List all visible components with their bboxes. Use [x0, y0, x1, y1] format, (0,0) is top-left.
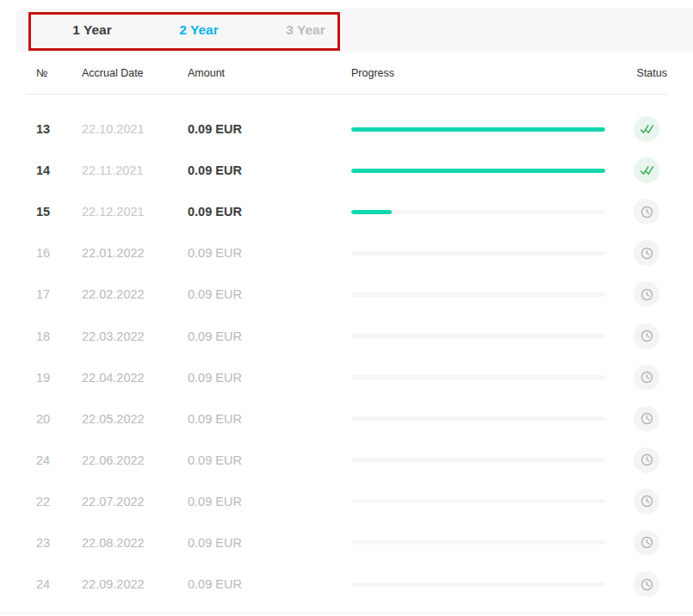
- clock-icon: [634, 240, 659, 266]
- row-status: [626, 323, 667, 349]
- column-header-progress: Progress: [351, 67, 626, 79]
- row-status: [626, 116, 667, 142]
- row-progress: [351, 458, 626, 462]
- tab-bar: 1 Year 2 Year 3 Year: [15, 9, 693, 52]
- row-amount: 0.09 EUR: [188, 453, 351, 467]
- table-body: 13 22.10.2021 0.09 EUR 14: [26, 95, 667, 605]
- row-date: 22.05.2022: [82, 412, 188, 426]
- accruals-table: № Accrual Date Amount Progress Status 13…: [26, 52, 667, 605]
- row-date: 22.12.2021: [82, 205, 188, 219]
- row-status: [626, 157, 667, 183]
- table-row: 24 22.06.2022 0.09 EUR: [26, 440, 667, 481]
- row-progress: [351, 540, 626, 545]
- row-amount: 0.09 EUR: [188, 163, 351, 177]
- table-row: 19 22.04.2022 0.09 EUR: [26, 357, 667, 398]
- row-date: 22.04.2022: [82, 371, 188, 385]
- progress-track: [351, 251, 605, 256]
- clock-icon: [634, 323, 659, 349]
- progress-fill: [351, 210, 392, 214]
- table-row: 16 22.01.2022 0.09 EUR: [26, 232, 667, 274]
- row-date: 22.07.2022: [82, 495, 188, 508]
- row-progress: [351, 251, 626, 256]
- row-progress: [351, 582, 626, 587]
- row-status: [626, 240, 667, 266]
- row-progress: [351, 210, 626, 214]
- row-status: [626, 406, 667, 432]
- tab-2-year[interactable]: 2 Year: [145, 9, 252, 52]
- progress-fill: [351, 127, 605, 132]
- progress-track: [351, 127, 605, 132]
- row-amount: 0.09 EUR: [188, 536, 351, 550]
- progress-track: [351, 458, 605, 462]
- row-amount: 0.09 EUR: [188, 412, 351, 426]
- progress-track: [351, 375, 605, 379]
- clock-icon: [634, 199, 659, 225]
- row-progress: [351, 499, 626, 503]
- row-progress: [351, 416, 626, 421]
- table-row: 17 22.02.2022 0.09 EUR: [26, 274, 667, 315]
- row-date: 22.03.2022: [82, 330, 188, 343]
- row-date: 22.09.2022: [82, 577, 188, 591]
- row-number: 23: [26, 536, 82, 550]
- tab-1-year[interactable]: 1 Year: [39, 9, 145, 52]
- row-progress: [351, 169, 626, 173]
- progress-track: [351, 416, 605, 421]
- clock-icon: [634, 571, 659, 597]
- column-header-number: №: [26, 67, 82, 79]
- row-amount: 0.09 EUR: [188, 205, 351, 219]
- table-row: 14 22.11.2021 0.09 EUR: [26, 150, 667, 191]
- progress-track: [351, 169, 605, 173]
- row-date: 22.01.2022: [82, 246, 188, 260]
- clock-icon: [634, 489, 659, 514]
- clock-icon: [634, 281, 659, 307]
- row-amount: 0.09 EUR: [188, 330, 351, 343]
- clock-icon: [634, 447, 659, 473]
- row-amount: 0.09 EUR: [188, 371, 351, 385]
- table-row: 22 22.07.2022 0.09 EUR: [26, 481, 667, 522]
- progress-track: [351, 293, 605, 297]
- row-date: 22.11.2021: [82, 163, 188, 177]
- row-number: 19: [26, 371, 82, 385]
- row-amount: 0.09 EUR: [188, 246, 351, 260]
- row-status: [626, 281, 667, 307]
- progress-track: [351, 334, 605, 338]
- progress-track: [351, 582, 605, 587]
- progress-track: [351, 540, 605, 545]
- row-status: [626, 365, 667, 391]
- row-date: 22.06.2022: [82, 453, 188, 467]
- table-row: 20 22.05.2022 0.09 EUR: [26, 398, 667, 440]
- row-progress: [351, 334, 626, 338]
- row-status: [626, 530, 667, 556]
- row-number: 24: [26, 577, 82, 591]
- row-number: 18: [26, 330, 82, 343]
- table-header: № Accrual Date Amount Progress Status: [26, 52, 667, 95]
- clock-icon: [634, 530, 659, 556]
- row-number: 22: [26, 495, 82, 508]
- row-date: 22.08.2022: [82, 536, 188, 550]
- row-status: [626, 571, 667, 597]
- row-date: 22.10.2021: [82, 122, 188, 136]
- row-number: 15: [26, 205, 82, 219]
- row-progress: [351, 375, 626, 379]
- table-row: 23 22.08.2022 0.09 EUR: [26, 522, 667, 564]
- double-check-icon: [634, 157, 659, 183]
- table-row: 13 22.10.2021 0.09 EUR: [26, 108, 667, 150]
- table-row: 24 22.09.2022 0.09 EUR: [26, 564, 667, 605]
- bottom-divider: [0, 613, 693, 613]
- row-number: 24: [26, 453, 82, 467]
- row-status: [626, 447, 667, 473]
- row-amount: 0.09 EUR: [188, 577, 351, 591]
- row-date: 22.02.2022: [82, 287, 188, 301]
- row-progress: [351, 127, 626, 132]
- double-check-icon: [634, 116, 659, 142]
- column-header-accrual-date: Accrual Date: [82, 67, 188, 79]
- row-number: 20: [26, 412, 82, 426]
- table-row: 15 22.12.2021 0.09 EUR: [26, 191, 667, 232]
- row-number: 16: [26, 246, 82, 260]
- column-header-amount: Amount: [188, 67, 351, 79]
- tab-3-year[interactable]: 3 Year: [252, 9, 359, 52]
- progress-track: [351, 499, 605, 503]
- row-number: 13: [26, 122, 82, 136]
- column-header-status: Status: [626, 67, 667, 79]
- row-status: [626, 199, 667, 225]
